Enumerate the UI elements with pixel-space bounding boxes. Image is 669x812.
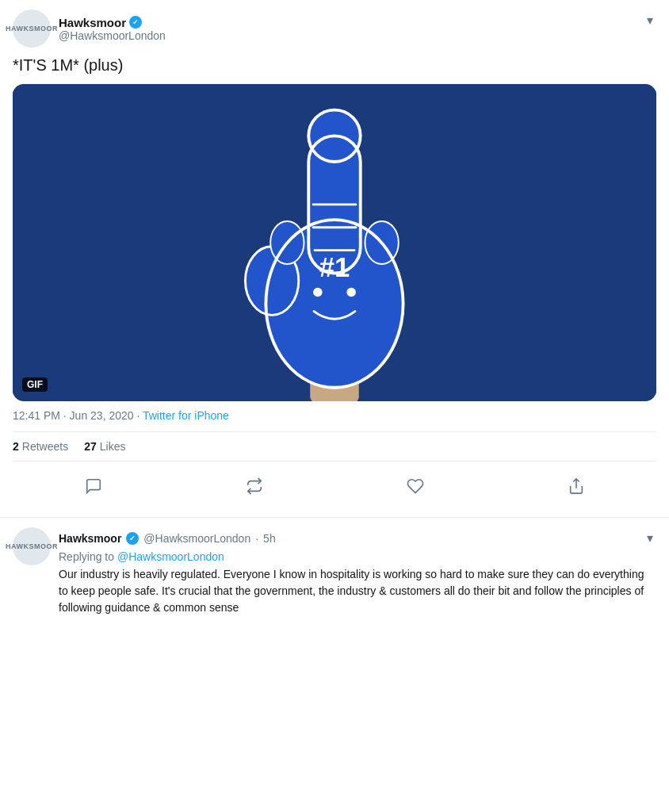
svg-point-14: [313, 288, 323, 297]
tweet-header: HAWKSMOOR Hawksmoor @HawksmoorLondon ▾: [13, 10, 656, 48]
share-button[interactable]: [561, 471, 591, 501]
gif-image: #1: [13, 84, 656, 401]
tweet-stats: 2 Retweets 27 Likes: [13, 431, 656, 462]
tweet-timestamp: 12:41 PM · Jun 23, 2020 ·: [13, 409, 143, 422]
replying-to: Replying to @HawksmoorLondon: [59, 550, 656, 563]
avatar[interactable]: HAWKSMOOR: [13, 10, 51, 48]
retweet-label: Retweets: [22, 440, 68, 453]
reply-separator: ·: [255, 532, 258, 545]
svg-point-15: [346, 288, 356, 297]
tweet-actions: [13, 465, 656, 508]
reply-time: 5h: [263, 532, 276, 545]
main-tweet: HAWKSMOOR Hawksmoor @HawksmoorLondon ▾ *…: [0, 0, 669, 518]
heart-icon: [407, 477, 424, 495]
verified-badge: [129, 16, 142, 29]
tweet-source-link[interactable]: Twitter for iPhone: [143, 409, 229, 422]
tweet-media[interactable]: #1 GIF: [13, 84, 656, 401]
tweet-meta: 12:41 PM · Jun 23, 2020 · Twitter for iP…: [13, 409, 656, 422]
like-button[interactable]: [400, 471, 430, 501]
reply-avatar[interactable]: HAWKSMOOR: [13, 527, 51, 565]
reply-tweet: HAWKSMOOR Hawksmoor @HawksmoorLondon · 5…: [0, 518, 669, 626]
reply-display-name: Hawksmoor: [59, 532, 121, 545]
replying-to-label: Replying to: [59, 550, 117, 563]
reply-header-left: Hawksmoor @HawksmoorLondon · 5h: [59, 532, 276, 545]
retweet-stat[interactable]: 2 Retweets: [13, 440, 68, 453]
more-options-button[interactable]: ▾: [644, 10, 656, 31]
likes-label: Likes: [100, 440, 126, 453]
tweet-header-left: HAWKSMOOR Hawksmoor @HawksmoorLondon: [13, 10, 166, 48]
username[interactable]: @HawksmoorLondon: [59, 29, 166, 42]
retweet-icon: [246, 477, 263, 495]
name-text: Hawksmoor: [59, 16, 126, 29]
reply-content: Hawksmoor @HawksmoorLondon · 5h ▾ Replyi…: [59, 527, 656, 616]
reply-button[interactable]: [78, 471, 109, 501]
svg-text:#1: #1: [319, 252, 350, 282]
reply-verified-badge: [126, 532, 139, 545]
share-icon: [568, 477, 585, 495]
reply-header: Hawksmoor @HawksmoorLondon · 5h ▾: [59, 527, 656, 549]
likes-count: 27: [84, 440, 97, 453]
user-info: Hawksmoor @HawksmoorLondon: [59, 16, 166, 42]
reply-text: Our industry is heavily regulated. Every…: [59, 566, 656, 616]
retweet-button[interactable]: [239, 471, 270, 501]
reply-more-options[interactable]: ▾: [644, 527, 656, 549]
tweet-text: *IT'S 1M* (plus): [13, 54, 656, 76]
retweet-count: 2: [13, 440, 19, 453]
gif-badge: GIF: [22, 377, 48, 392]
reply-username[interactable]: @HawksmoorLondon: [143, 532, 250, 545]
reply-icon: [85, 477, 102, 495]
display-name: Hawksmoor: [59, 16, 166, 29]
likes-stat[interactable]: 27 Likes: [84, 440, 125, 453]
replying-to-user-link[interactable]: @HawksmoorLondon: [117, 550, 224, 563]
